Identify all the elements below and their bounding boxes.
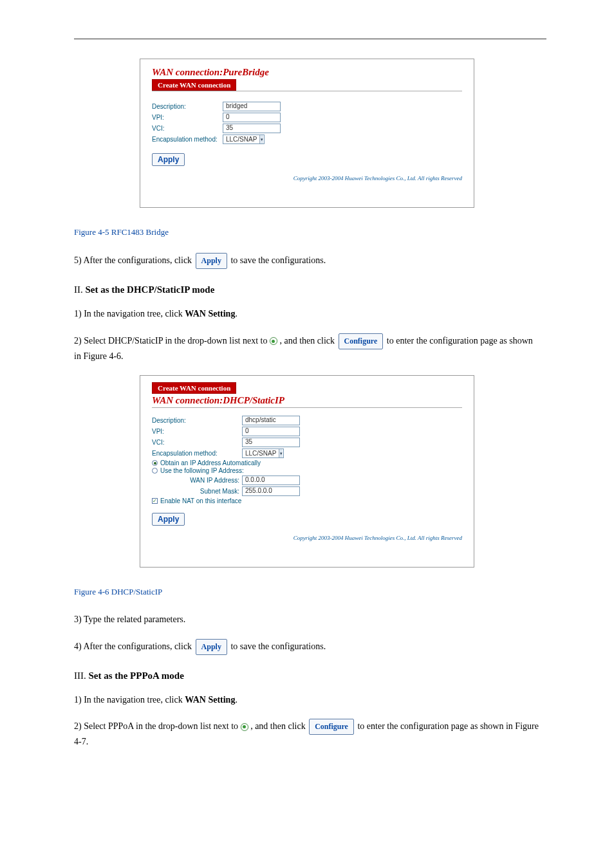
- radio-use-following[interactable]: [152, 468, 158, 474]
- encap-label-2: Encapsulation method:: [152, 450, 242, 457]
- apply-button[interactable]: Apply: [152, 153, 185, 166]
- copyright-text: Copyright 2003-2004 Huawei Technologies …: [152, 175, 462, 181]
- apply-inline-button-2[interactable]: Apply: [196, 639, 227, 655]
- body-dhcp-step-1: 1) In the navigation tree, click WAN Set…: [74, 307, 540, 321]
- apply-button-2[interactable]: Apply: [152, 513, 185, 526]
- encap-select-2[interactable]: LLC/SNAP ▾: [242, 448, 284, 458]
- encap-label: Encapsulation method:: [152, 136, 223, 143]
- panel-title-2: WAN connection:DHCP/StaticIP: [152, 395, 462, 406]
- section-header-pppoa: III. Set as the PPPoA mode: [74, 670, 540, 681]
- panel-title: WAN connection:PureBridge: [152, 67, 462, 78]
- figure-caption-1: Figure 4-5 RFC1483 Bridge: [74, 227, 540, 237]
- body-pppoa-step-2: 2) Select PPPoA in the drop-down list ne…: [74, 719, 540, 750]
- radio-selected-icon: [270, 337, 277, 345]
- vpi-label-2: VPI:: [152, 428, 242, 435]
- radio-selected-icon-2: [241, 723, 248, 731]
- vpi-input-2[interactable]: 0: [242, 427, 300, 436]
- create-wan-tab[interactable]: Create WAN connection: [152, 79, 236, 91]
- body-pppoa-step-1: 1) In the navigation tree, click WAN Set…: [74, 693, 540, 707]
- body-step-5: 5) After the configurations, click Apply…: [74, 253, 540, 269]
- subnet-mask-input[interactable]: 255.0.0.0: [242, 486, 300, 496]
- vci-label: VCI:: [152, 125, 223, 132]
- create-wan-tab-2[interactable]: Create WAN connection: [152, 382, 236, 394]
- apply-inline-button[interactable]: Apply: [196, 253, 227, 269]
- radio-use-following-label: Use the following IP Address:: [160, 467, 244, 474]
- configure-inline-button-2[interactable]: Configure: [309, 719, 354, 735]
- subnet-mask-label: Subnet Mask:: [152, 488, 242, 495]
- vci-label-2: VCI:: [152, 439, 242, 446]
- vpi-label: VPI:: [152, 114, 223, 121]
- configure-inline-button[interactable]: Configure: [339, 333, 384, 349]
- chevron-down-icon-2: ▾: [279, 449, 283, 457]
- body-dhcp-step-4: 4) After the configurations, click Apply…: [74, 639, 540, 655]
- description-label-2: Description:: [152, 417, 242, 424]
- encap-value: LLC/SNAP: [226, 136, 257, 143]
- vci-input[interactable]: 35: [223, 124, 281, 133]
- section-header-dhcp: II. Set as the DHCP/StaticIP mode: [74, 284, 540, 295]
- vci-input-2[interactable]: 35: [242, 438, 300, 447]
- figure-caption-2: Figure 4-6 DHCP/StaticIP: [74, 587, 540, 597]
- description-input-2[interactable]: dhcp/static: [242, 416, 300, 425]
- encap-value-2: LLC/SNAP: [245, 450, 276, 457]
- chevron-down-icon: ▾: [259, 135, 263, 143]
- encap-select[interactable]: LLC/SNAP ▾: [223, 134, 265, 144]
- dhcp-static-panel: Create WAN connection WAN connection:DHC…: [140, 375, 474, 568]
- body-dhcp-step-2: 2) Select DHCP/StaticIP in the drop-down…: [74, 333, 540, 364]
- wan-ip-label: WAN IP Address:: [152, 477, 242, 484]
- enable-nat-label: Enable NAT on this interface: [160, 497, 241, 504]
- radio-obtain-auto-label: Obtain an IP Address Automatically: [160, 459, 261, 466]
- enable-nat-checkbox[interactable]: ✓: [152, 498, 158, 504]
- radio-obtain-auto[interactable]: [152, 460, 158, 466]
- body-dhcp-step-3: 3) Type the related parameters.: [74, 613, 540, 627]
- description-input[interactable]: bridged: [223, 102, 281, 111]
- wan-ip-input[interactable]: 0.0.0.0: [242, 476, 300, 485]
- description-label: Description:: [152, 103, 223, 110]
- copyright-text-2: Copyright 2003-2004 Huawei Technologies …: [152, 535, 462, 541]
- purebridge-panel: WAN connection:PureBridge Create WAN con…: [140, 59, 474, 208]
- vpi-input[interactable]: 0: [223, 113, 281, 122]
